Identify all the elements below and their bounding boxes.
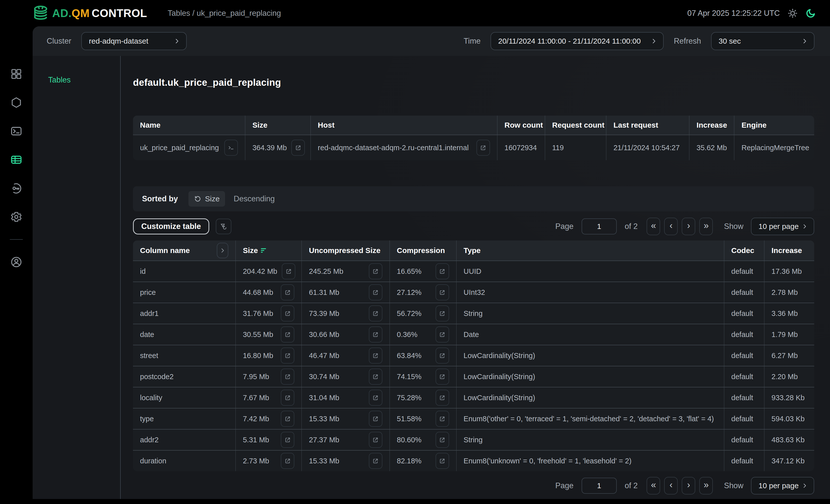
column-size: 7.95 Mb — [243, 373, 269, 381]
open-size-external-button[interactable] — [281, 284, 294, 300]
next-page-button[interactable]: › — [682, 477, 695, 495]
column-compression-cell: 80.60% — [390, 430, 457, 450]
table-row: addr2 5.31 Mb 27.37 Mb — [133, 429, 814, 450]
light-theme-sun-icon[interactable] — [787, 8, 798, 19]
open-uncompressed-external-button[interactable] — [369, 369, 382, 384]
open-size-external-button[interactable] — [281, 369, 294, 384]
open-uncompressed-external-button[interactable] — [369, 347, 382, 364]
filter-reset-button[interactable] — [216, 219, 231, 234]
open-size-external-button[interactable] — [281, 411, 294, 427]
prev-page-button[interactable]: ‹ — [664, 477, 678, 495]
open-uncompressed-external-button[interactable] — [369, 263, 382, 279]
open-uncompressed-external-button[interactable] — [369, 453, 382, 469]
column-uncompressed-cell: 73.39 Mb — [302, 303, 390, 324]
per-page-select[interactable]: 10 per page — [751, 477, 814, 495]
column-type-cell: String — [457, 430, 724, 450]
page-number-input[interactable] — [582, 219, 617, 234]
column-codec-cell: default — [724, 408, 765, 429]
breadcrumb[interactable]: Tables / uk_price_paid_replacing — [168, 9, 281, 18]
sidebar-item-tables[interactable]: Tables — [48, 75, 120, 85]
columns-header-compression[interactable]: Compression — [390, 240, 457, 261]
columns-header-uncompressed[interactable]: Uncompressed Size — [302, 240, 390, 261]
first-page-button[interactable]: « — [647, 477, 660, 495]
sort-direction[interactable]: Descending — [233, 194, 275, 203]
open-compression-external-button[interactable] — [436, 390, 449, 406]
column-type: UInt32 — [464, 288, 485, 297]
customize-table-button[interactable]: Customize table — [133, 219, 209, 234]
column-type-cell: LowCardinality(String) — [457, 366, 724, 387]
open-size-external-button[interactable] — [281, 327, 294, 342]
open-size-external-button[interactable] — [281, 305, 294, 322]
cluster-select[interactable]: red-adqm-dataset — [81, 32, 187, 50]
column-size: 7.67 Mb — [243, 394, 269, 402]
columns-header-increase[interactable]: Increase — [765, 240, 814, 261]
last-page-button[interactable]: » — [699, 477, 713, 495]
summary-header-row-count: Row count — [498, 115, 545, 135]
column-codec-cell: default — [724, 366, 765, 387]
next-page-button[interactable]: › — [682, 217, 695, 235]
pagination-bottom: Page of 2 « ‹ › » Show 10 per page — [555, 477, 814, 495]
column-compression-cell: 16.65% — [390, 261, 457, 281]
open-size-external-button[interactable] — [281, 347, 294, 364]
key-icon[interactable] — [10, 182, 23, 195]
summary-data-row: uk_price_paid_replacing 364.39 Mb — [133, 135, 814, 160]
terminal-icon[interactable] — [10, 125, 23, 137]
summary-header-last-request: Last request — [606, 115, 690, 135]
open-uncompressed-external-button[interactable] — [369, 411, 382, 427]
open-compression-external-button[interactable] — [436, 411, 449, 427]
sort-field-chip[interactable]: Size — [188, 191, 225, 207]
open-compression-external-button[interactable] — [436, 263, 449, 279]
dark-theme-moon-icon[interactable] — [805, 8, 816, 19]
open-host-external-button[interactable] — [476, 140, 490, 156]
open-compression-external-button[interactable] — [436, 432, 449, 448]
open-uncompressed-external-button[interactable] — [369, 305, 382, 322]
open-uncompressed-external-button[interactable] — [369, 390, 382, 406]
time-range-select[interactable]: 20/11/2024 11:00:00 - 21/11/2024 11:00:0… — [490, 32, 664, 50]
open-uncompressed-external-button[interactable] — [369, 432, 382, 448]
table-row: date 30.55 Mb 30.66 Mb — [133, 324, 814, 345]
pagination-top: Page of 2 « ‹ › » Show 10 per page — [555, 217, 814, 235]
open-size-external-button[interactable] — [281, 432, 294, 448]
table-row: street 16.80 Mb 46.47 Mb — [133, 345, 814, 366]
account-icon[interactable] — [10, 256, 23, 268]
open-compression-external-button[interactable] — [436, 369, 449, 384]
open-size-external-button[interactable] — [291, 140, 305, 156]
column-increase: 933.28 Kb — [771, 394, 805, 402]
open-uncompressed-external-button[interactable] — [369, 284, 382, 300]
column-compression: 63.84% — [397, 351, 421, 360]
per-page-select[interactable]: 10 per page — [751, 217, 814, 235]
prev-page-button[interactable]: ‹ — [664, 217, 678, 235]
page-number-input[interactable] — [582, 478, 617, 494]
column-size-cell: 31.76 Mb — [236, 303, 302, 324]
column-name-cell: id — [133, 261, 236, 281]
open-size-external-button[interactable] — [281, 390, 294, 406]
refresh-interval-select[interactable]: 30 sec — [711, 32, 815, 50]
column-increase-cell: 1.79 Mb — [765, 324, 814, 345]
open-size-external-button[interactable] — [282, 263, 295, 279]
expand-column-button[interactable] — [217, 243, 228, 258]
open-compression-external-button[interactable] — [436, 453, 449, 469]
rail-divider — [10, 239, 23, 240]
tables-icon[interactable] — [10, 154, 23, 166]
open-compression-external-button[interactable] — [436, 347, 449, 364]
first-page-button[interactable]: « — [647, 217, 660, 235]
open-size-external-button[interactable] — [281, 453, 294, 469]
columns-header-size[interactable]: Size — [243, 246, 258, 255]
column-compression-cell: 74.15% — [390, 366, 457, 387]
column-compression-cell: 75.28% — [390, 388, 457, 408]
open-compression-external-button[interactable] — [436, 284, 449, 300]
last-page-button[interactable]: » — [699, 217, 713, 235]
column-codec: default — [731, 457, 753, 465]
columns-header-codec[interactable]: Codec — [724, 240, 765, 261]
settings-icon[interactable] — [10, 211, 23, 223]
open-uncompressed-external-button[interactable] — [369, 327, 382, 342]
column-codec: default — [731, 351, 753, 360]
columns-header-type[interactable]: Type — [457, 240, 724, 261]
open-compression-external-button[interactable] — [436, 305, 449, 322]
column-codec-cell: default — [724, 324, 765, 345]
open-terminal-button[interactable] — [224, 140, 238, 156]
open-compression-external-button[interactable] — [436, 327, 449, 342]
hexagon-icon[interactable] — [10, 96, 23, 109]
dashboard-icon[interactable] — [10, 68, 23, 80]
column-uncompressed-size: 30.74 Mb — [309, 373, 339, 381]
